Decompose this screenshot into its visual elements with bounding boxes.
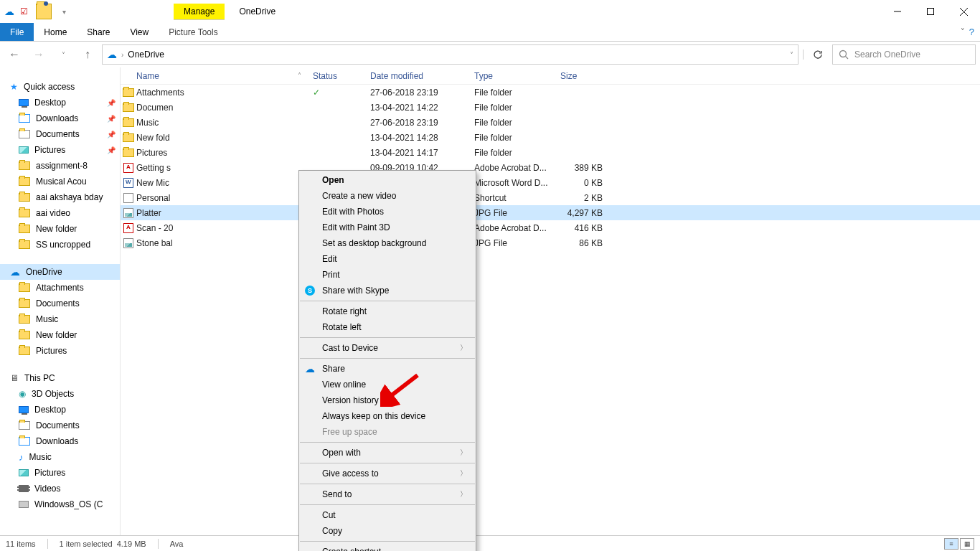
file-row[interactable]: Scan - 2024-04-2021 09:19Adobe Acrobat D…: [121, 220, 980, 235]
sidebar-item[interactable]: Documents📌: [0, 126, 120, 142]
sidebar-item[interactable]: Pictures📌: [0, 142, 120, 158]
sidebar-item[interactable]: Documents: [0, 418, 120, 433]
pin-icon: 📌: [107, 115, 116, 123]
ctx-separator: [300, 337, 475, 338]
file-row[interactable]: Personal13-04-2021 14:08Shortcut2 KB: [121, 190, 980, 205]
file-date: 13-04-2021 14:17: [364, 148, 468, 158]
chevron-right-icon[interactable]: ›: [121, 51, 123, 59]
sidebar-item[interactable]: New folder: [0, 221, 120, 237]
ctx-label: Give access to: [322, 468, 379, 479]
sidebar-item[interactable]: SS uncropped: [0, 237, 120, 253]
sidebar-item[interactable]: Documents: [0, 296, 120, 311]
maximize-button[interactable]: [914, 1, 947, 22]
ctx-edit-photos[interactable]: Edit with Photos: [299, 204, 476, 220]
history-dropdown-icon[interactable]: ˅: [53, 44, 73, 65]
thumbnails-view-button[interactable]: ▦: [960, 538, 974, 550]
ctx-rotate-right[interactable]: Rotate right: [299, 303, 476, 319]
file-tab[interactable]: File: [0, 23, 34, 41]
file-row[interactable]: Attachments✓27-06-2018 23:19File folder: [121, 85, 980, 100]
qat-dropdown-icon[interactable]: ▾: [57, 5, 70, 18]
ctx-open[interactable]: Open: [299, 172, 476, 188]
sidebar-item[interactable]: Videos: [0, 481, 120, 496]
ctx-edit[interactable]: Edit: [299, 251, 476, 267]
jpg-icon: [123, 238, 133, 248]
minimize-button[interactable]: [881, 1, 914, 22]
file-row[interactable]: Stone bal29-03-2021 08:33JPG File86 KB: [121, 235, 980, 250]
sidebar-item[interactable]: Desktop: [0, 402, 120, 418]
ctx-view-online[interactable]: View online: [299, 377, 476, 392]
ctx-share-skype[interactable]: S Share with Skype: [299, 283, 476, 298]
ctx-open-with[interactable]: Open with 〉: [299, 445, 476, 461]
file-row[interactable]: New fold13-04-2021 14:28File folder: [121, 130, 980, 145]
file-row[interactable]: Getting s09-09-2019 10:42Adobe Acrobat D…: [121, 160, 980, 175]
home-tab[interactable]: Home: [34, 23, 77, 41]
forward-button[interactable]: →: [29, 44, 49, 65]
folder-icon: [123, 133, 134, 142]
sidebar-item[interactable]: Downloads: [0, 433, 120, 449]
contextual-tab-manage[interactable]: Manage: [174, 4, 225, 20]
ctx-give-access[interactable]: Give access to 〉: [299, 466, 476, 481]
share-tab[interactable]: Share: [77, 23, 120, 41]
sidebar-quick-access[interactable]: ★ Quick access: [0, 79, 120, 95]
sidebar-item[interactable]: Musical Acou: [0, 174, 120, 189]
file-row[interactable]: Pictures13-04-2021 14:17File folder: [121, 145, 980, 160]
back-button[interactable]: ←: [4, 44, 24, 65]
ctx-set-background[interactable]: Set as desktop background: [299, 235, 476, 251]
file-row[interactable]: Documen13-04-2021 14:22File folder: [121, 100, 980, 115]
up-button[interactable]: ↑: [77, 44, 98, 65]
ctx-version-history[interactable]: Version history: [299, 392, 476, 408]
qat-item-icon[interactable]: ☑: [17, 5, 30, 18]
onedrive-small-icon: ☁: [3, 5, 16, 18]
details-view-button[interactable]: ≡: [944, 538, 958, 550]
sidebar-item[interactable]: aai video: [0, 205, 120, 221]
ctx-share[interactable]: ☁ Share: [299, 361, 476, 377]
help-icon[interactable]: ?: [969, 27, 974, 37]
file-row[interactable]: New Mic11-04-2021 21:44Microsoft Word D.…: [121, 175, 980, 190]
sidebar-item[interactable]: Pictures: [0, 343, 120, 359]
file-row[interactable]: Platter29-03-2021 08:33JPG File4,297 KB: [121, 205, 980, 220]
ribbon-expand-icon[interactable]: ˅: [961, 27, 965, 37]
sidebar-item[interactable]: assignment-8: [0, 158, 120, 174]
view-tab[interactable]: View: [120, 23, 159, 41]
picture-tools-tab[interactable]: Picture Tools: [159, 23, 227, 41]
header-name[interactable]: Name ˄: [121, 71, 307, 81]
sidebar-item[interactable]: Pictures: [0, 465, 120, 481]
ctx-edit-paint3d[interactable]: Edit with Paint 3D: [299, 220, 476, 235]
sidebar-item[interactable]: Attachments: [0, 280, 120, 296]
header-status[interactable]: Status: [307, 71, 364, 81]
header-date[interactable]: Date modified: [364, 71, 468, 81]
navigation-pane: ★ Quick access Desktop📌Downloads📌Documen…: [0, 67, 121, 535]
refresh-button[interactable]: [808, 44, 828, 65]
ctx-copy[interactable]: Copy: [299, 523, 476, 539]
ctx-always-keep[interactable]: Always keep on this device: [299, 408, 476, 424]
sidebar-item[interactable]: Windows8_OS (C: [0, 496, 120, 512]
folder-icon: [19, 177, 30, 186]
ctx-create-video[interactable]: Create a new video: [299, 188, 476, 204]
sidebar-onedrive[interactable]: ☁ OneDrive: [0, 264, 120, 280]
ctx-rotate-left[interactable]: Rotate left: [299, 319, 476, 335]
sidebar-item[interactable]: ♪Music: [0, 449, 120, 465]
file-row[interactable]: Music27-06-2018 23:19File folder: [121, 115, 980, 130]
address-dropdown-icon[interactable]: ˅: [790, 51, 793, 59]
sidebar-this-pc[interactable]: 🖥 This PC: [0, 370, 120, 386]
sidebar-item[interactable]: Downloads📌: [0, 110, 120, 126]
ctx-create-shortcut[interactable]: Create shortcut: [299, 544, 476, 551]
sidebar-item[interactable]: New folder: [0, 327, 120, 343]
folder-icon: [19, 161, 30, 170]
search-box[interactable]: Search OneDrive: [832, 44, 976, 65]
cloud-icon: ☁: [10, 266, 20, 278]
sidebar-item[interactable]: aai akshaya bday: [0, 189, 120, 205]
header-size[interactable]: Size: [555, 71, 608, 81]
header-type[interactable]: Type: [468, 71, 555, 81]
ctx-print[interactable]: Print: [299, 267, 476, 283]
sidebar-item[interactable]: Desktop📌: [0, 95, 120, 110]
file-date: 13-04-2021 14:22: [364, 103, 468, 113]
sidebar-item[interactable]: ◉3D Objects: [0, 386, 120, 402]
address-bar[interactable]: ☁ › OneDrive ˅: [102, 44, 798, 65]
address-location[interactable]: OneDrive: [128, 50, 164, 60]
ctx-send-to[interactable]: Send to 〉: [299, 486, 476, 502]
ctx-cut[interactable]: Cut: [299, 507, 476, 523]
sidebar-item[interactable]: Music: [0, 311, 120, 327]
ctx-cast[interactable]: Cast to Device 〉: [299, 340, 476, 356]
close-button[interactable]: [947, 1, 980, 22]
